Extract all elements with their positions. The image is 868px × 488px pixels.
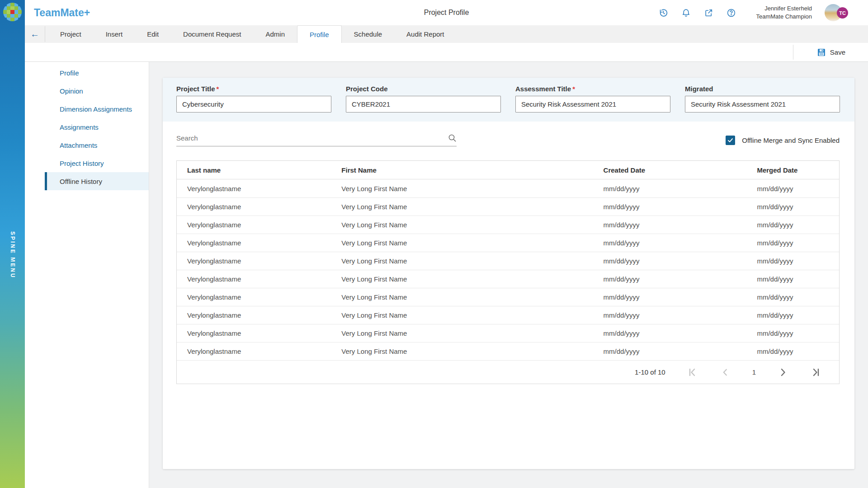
profile-card: Project Title* Project Code Assessment T… bbox=[163, 78, 854, 469]
cell-merged-date: mm/dd/yyyy bbox=[745, 203, 839, 211]
cell-created-date: mm/dd/yyyy bbox=[592, 311, 746, 319]
sidebar-item[interactable]: Assignments bbox=[45, 118, 149, 136]
cell-created-date: mm/dd/yyyy bbox=[592, 347, 746, 355]
offline-sync-checkbox[interactable] bbox=[726, 136, 735, 145]
cell-merged-date: mm/dd/yyyy bbox=[745, 347, 839, 355]
cell-last-name: Verylonglastname bbox=[177, 275, 331, 283]
required-asterisk: * bbox=[572, 85, 575, 93]
tab-item[interactable]: Project bbox=[48, 25, 94, 43]
tab-label: Schedule bbox=[354, 30, 382, 38]
pagination-bar: 1-10 of 10 1 bbox=[177, 360, 839, 384]
cell-last-name: Verylonglastname bbox=[177, 221, 331, 229]
tab-bar: ← Project Insert Edit Document Request A… bbox=[25, 25, 868, 43]
sidebar-item[interactable]: Opinion bbox=[45, 82, 149, 100]
tab-item[interactable]: Admin bbox=[253, 25, 297, 43]
sidebar-item-label: Attachments bbox=[60, 141, 97, 149]
help-icon[interactable] bbox=[726, 8, 736, 18]
cell-last-name: Verylonglastname bbox=[177, 311, 331, 319]
save-button[interactable]: Save bbox=[817, 48, 845, 56]
cell-merged-date: mm/dd/yyyy bbox=[745, 293, 839, 301]
cell-created-date: mm/dd/yyyy bbox=[592, 203, 746, 211]
cell-first-name: Very Long First Name bbox=[331, 329, 592, 337]
cell-first-name: Very Long First Name bbox=[331, 257, 592, 265]
tab-label: Insert bbox=[106, 30, 123, 38]
sidebar-item-label: Dimension Assignments bbox=[60, 105, 132, 113]
tab-item[interactable]: Insert bbox=[94, 25, 135, 43]
required-asterisk: * bbox=[217, 85, 219, 93]
tab-item[interactable]: Edit bbox=[135, 25, 171, 43]
cell-last-name: Verylonglastname bbox=[177, 293, 331, 301]
table-row: Verylonglastname Very Long First Name mm… bbox=[177, 288, 839, 306]
tab-item[interactable]: Schedule bbox=[342, 25, 395, 43]
table-row: Verylonglastname Very Long First Name mm… bbox=[177, 324, 839, 342]
sidebar-item[interactable]: Profile bbox=[45, 64, 149, 82]
user-name: Jennifer Esterheld bbox=[756, 5, 812, 13]
table-row: Verylonglastname Very Long First Name mm… bbox=[177, 179, 839, 197]
cell-first-name: Very Long First Name bbox=[331, 221, 592, 229]
history-icon[interactable] bbox=[658, 8, 668, 18]
header-bar: Project Profile TeamMate+ bbox=[25, 0, 868, 25]
field-label: Project Code bbox=[346, 85, 501, 93]
sidebar-item-label: Opinion bbox=[60, 87, 83, 95]
tab-label: Admin bbox=[265, 30, 285, 38]
cell-first-name: Very Long First Name bbox=[331, 203, 592, 211]
notifications-icon[interactable] bbox=[681, 8, 691, 18]
search-input[interactable] bbox=[176, 134, 448, 142]
cell-last-name: Verylonglastname bbox=[177, 329, 331, 337]
table-row: Verylonglastname Very Long First Name mm… bbox=[177, 234, 839, 252]
sidebar-item-label: Project History bbox=[60, 160, 104, 167]
cell-merged-date: mm/dd/yyyy bbox=[745, 257, 839, 265]
tab-label: Project bbox=[60, 30, 81, 38]
form-field: Assessment Title* bbox=[515, 85, 670, 122]
cell-last-name: Verylonglastname bbox=[177, 257, 331, 265]
table-row: Verylonglastname Very Long First Name mm… bbox=[177, 252, 839, 270]
sidebar-item[interactable]: Dimension Assignments bbox=[45, 100, 149, 118]
tab-item[interactable]: Document Request bbox=[171, 25, 253, 43]
last-page-button[interactable] bbox=[810, 367, 821, 378]
field-input[interactable] bbox=[346, 96, 501, 113]
teammate-logo-icon bbox=[3, 3, 22, 21]
sidebar-item[interactable]: Attachments bbox=[45, 136, 149, 154]
field-input[interactable] bbox=[515, 96, 670, 113]
search-box bbox=[176, 134, 457, 146]
field-input[interactable] bbox=[685, 96, 840, 113]
spine-menu-label[interactable]: SPINE MENU bbox=[9, 231, 16, 279]
offline-history-table: Last name First Name Created Date Merged… bbox=[176, 160, 840, 384]
sidebar-item-label: Assignments bbox=[60, 123, 99, 131]
user-badge: TC bbox=[837, 7, 848, 19]
tab-item[interactable]: Audit Report bbox=[394, 25, 456, 43]
back-arrow-icon[interactable]: ← bbox=[25, 25, 45, 43]
toolbar-divider bbox=[793, 45, 793, 60]
external-link-icon[interactable] bbox=[703, 8, 713, 18]
cell-created-date: mm/dd/yyyy bbox=[592, 239, 746, 247]
user-avatar[interactable]: TC bbox=[825, 4, 848, 22]
spine-menu-bar[interactable]: SPINE MENU bbox=[0, 0, 25, 488]
field-label: Migrated bbox=[685, 85, 840, 93]
cell-created-date: mm/dd/yyyy bbox=[592, 221, 746, 229]
first-page-button[interactable] bbox=[687, 367, 698, 378]
sidebar-item-label: Offline History bbox=[60, 178, 102, 185]
sidebar-item[interactable]: Project History bbox=[45, 154, 149, 172]
tab-label: Profile bbox=[310, 31, 329, 38]
tabbar-divider bbox=[45, 26, 45, 42]
previous-page-button[interactable] bbox=[720, 367, 731, 378]
cell-last-name: Verylonglastname bbox=[177, 185, 331, 192]
cell-first-name: Very Long First Name bbox=[331, 293, 592, 301]
cell-created-date: mm/dd/yyyy bbox=[592, 185, 746, 192]
field-input[interactable] bbox=[176, 96, 331, 113]
sidebar-item[interactable]: Offline History bbox=[45, 172, 149, 190]
user-role: TeamMate Champion bbox=[756, 13, 812, 21]
column-header-merged-date: Merged Date bbox=[745, 166, 839, 174]
action-toolbar: Save bbox=[25, 43, 868, 62]
cell-first-name: Very Long First Name bbox=[331, 275, 592, 283]
tabs: Project Insert Edit Document Request Adm… bbox=[48, 25, 456, 43]
cell-merged-date: mm/dd/yyyy bbox=[745, 221, 839, 229]
sidebar-item-label: Profile bbox=[60, 69, 79, 77]
cell-merged-date: mm/dd/yyyy bbox=[745, 185, 839, 192]
search-icon[interactable] bbox=[448, 134, 457, 142]
form-field: Project Title* bbox=[176, 85, 331, 122]
tab-item[interactable]: Profile bbox=[297, 25, 342, 43]
next-page-button[interactable] bbox=[778, 367, 788, 378]
cell-created-date: mm/dd/yyyy bbox=[592, 329, 746, 337]
profile-sidebar: Profile Opinion Dimension Assignments As… bbox=[25, 62, 149, 488]
